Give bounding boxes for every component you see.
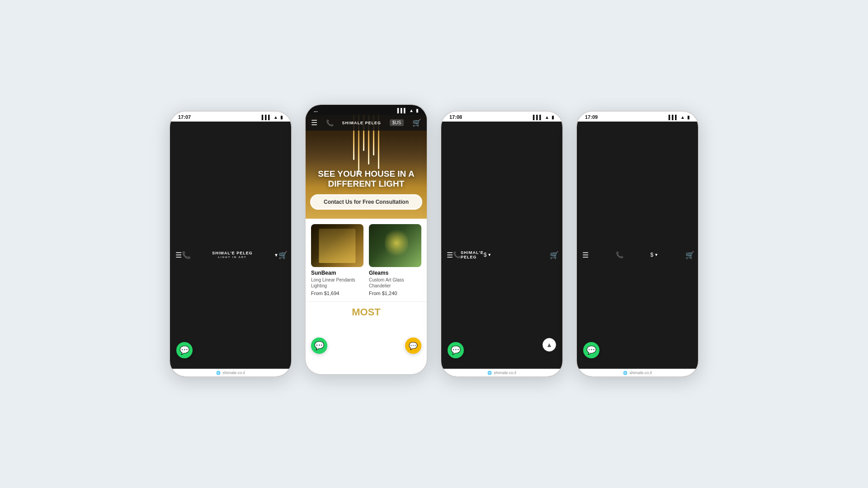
dropdown-icon-1[interactable]: ▼ — [274, 253, 278, 258]
status-bar-1: 17:07 ▌▌▌ ▲ ▮ — [170, 112, 291, 122]
nav-bar-4: ☰ 📞 $ ▼ 🛒 — [577, 122, 699, 377]
battery-icon-2: ▮ — [416, 108, 419, 113]
hero-cta-button[interactable]: Contact Us for Free Consultation — [310, 194, 422, 210]
nav-bar-2: ☰ 📞 SHIMALE PELEG $US 🛒 — [306, 115, 427, 131]
menu-icon-4[interactable]: ☰ — [582, 251, 589, 259]
cart-icon-1[interactable]: 🛒 — [278, 251, 288, 259]
status-icons-3: ▌▌▌ ▲ ▮ — [533, 115, 554, 120]
status-bar-4: 17:09 ▌▌▌ ▲ ▮ — [577, 112, 698, 122]
gleams-name: Gleams — [369, 270, 421, 276]
chat-button-2[interactable]: 💬 — [405, 338, 421, 354]
product-card-gleams[interactable]: Gleams Custom Art Glass Chandelier From … — [369, 224, 421, 296]
signal-icon-2: ▌▌▌ — [397, 108, 407, 113]
scroll-up-button-3[interactable]: ▲ — [542, 338, 556, 352]
status-time-4: 17:09 — [585, 114, 598, 120]
nav-bar-1: ☰ 📞 SHIMAL'E PELEG LIGHT IN ART ▼ 🛒 — [170, 122, 292, 377]
battery-icon-4: ▮ — [687, 115, 690, 120]
whatsapp-button-4[interactable]: 💬 — [583, 342, 599, 358]
phone-by-room: 17:09 ▌▌▌ ▲ ▮ ☰ 📞 $ ▼ 🛒 By Room Home / B… — [576, 111, 699, 377]
phone-hero-listing: ... ▌▌▌ ▲ ▮ SEE YOUR HOUSE IN A DIFFEREN… — [305, 104, 428, 375]
menu-icon-3[interactable]: ☰ — [447, 251, 453, 259]
screens-container: 17:07 ▌▌▌ ▲ ▮ ☰ 📞 SHIMAL'E PELEG LIGHT I… — [169, 111, 699, 377]
signal-icon-4: ▌▌▌ — [669, 115, 678, 120]
sunbeam-sub: Long Linear Pendants Lighting — [311, 277, 363, 289]
bottom-bar-1: 🌐 shimale.co.il — [170, 369, 291, 376]
gleams-price: From $1,240 — [369, 291, 421, 296]
status-time-3: 17:08 — [449, 114, 462, 120]
wifi-icon-4: ▲ — [680, 115, 685, 120]
wifi-icon-2: ▲ — [409, 108, 414, 113]
phone-product-detail: 17:07 ▌▌▌ ▲ ▮ ☰ 📞 SHIMAL'E PELEG LIGHT I… — [169, 111, 292, 377]
phone-icon-4[interactable]: 📞 — [616, 251, 623, 258]
status-time-1: 17:07 — [178, 114, 191, 120]
status-bar-2: ... ▌▌▌ ▲ ▮ — [306, 105, 427, 115]
battery-icon-3: ▮ — [552, 115, 554, 120]
status-icons-1: ▌▌▌ ▲ ▮ — [262, 115, 283, 120]
signal-icon-3: ▌▌▌ — [533, 115, 542, 120]
currency-selector-3[interactable]: $ ▼ — [484, 122, 550, 377]
sunbeam-price: From $1,694 — [311, 291, 363, 296]
hero-headline: SEE YOUR HOUSE IN A DIFFERENT LIGHT — [306, 169, 427, 189]
phone-icon-2[interactable]: 📞 — [326, 119, 334, 127]
menu-icon-2[interactable]: ☰ — [311, 118, 317, 127]
brand-logo-1: SHIMAL'E PELEG LIGHT IN ART — [191, 251, 274, 259]
most-label: MOST — [306, 301, 427, 323]
phone-shop-online: 17:08 ▌▌▌ ▲ ▮ ☰ 📞 SHIMAL'E PELEG $ ▼ 🛒 c… — [440, 111, 563, 377]
product-cards: SunBeam Long Linear Pendants Lighting Fr… — [306, 219, 427, 301]
menu-icon-1[interactable]: ☰ — [175, 251, 182, 259]
currency-selector-4[interactable]: $ ▼ — [651, 252, 659, 258]
bottom-bar-3: 🌐 shimale.co.il — [441, 369, 562, 376]
phone-icon-3[interactable]: 📞 — [453, 251, 461, 258]
phone-icon-1[interactable]: 📞 — [182, 251, 191, 259]
battery-icon-1: ▮ — [280, 115, 283, 120]
cart-icon-2[interactable]: 🛒 — [412, 118, 421, 127]
status-icons-4: ▌▌▌ ▲ ▮ — [669, 115, 690, 120]
status-bar-3: 17:08 ▌▌▌ ▲ ▮ — [441, 112, 562, 122]
wifi-icon-3: ▲ — [545, 115, 549, 120]
status-badge[interactable]: $US — [390, 119, 404, 126]
cart-icon-3[interactable]: 🛒 — [550, 251, 559, 259]
wifi-icon-1: ▲ — [274, 115, 278, 120]
status-icons-2: ▌▌▌ ▲ ▮ — [397, 108, 419, 113]
product-card-sunbeam[interactable]: SunBeam Long Linear Pendants Lighting Fr… — [311, 224, 363, 296]
whatsapp-button-2[interactable]: 💬 — [311, 338, 327, 354]
sunbeam-image — [311, 224, 363, 267]
sunbeam-name: SunBeam — [311, 270, 363, 276]
signal-icon-1: ▌▌▌ — [262, 115, 271, 120]
brand-logo-3: SHIMAL'E PELEG — [461, 250, 484, 259]
gleams-image — [369, 224, 421, 267]
brand-logo-2: SHIMALE PELEG — [342, 121, 382, 125]
gleams-sub: Custom Art Glass Chandelier — [369, 277, 421, 289]
whatsapp-button-1[interactable]: 💬 — [176, 342, 193, 358]
status-time-2: ... — [314, 108, 318, 113]
whatsapp-button-3[interactable]: 💬 — [448, 342, 464, 358]
bottom-bar-4: 🌐 shimale.co.il — [577, 369, 698, 376]
cart-icon-4[interactable]: 🛒 — [685, 251, 694, 259]
